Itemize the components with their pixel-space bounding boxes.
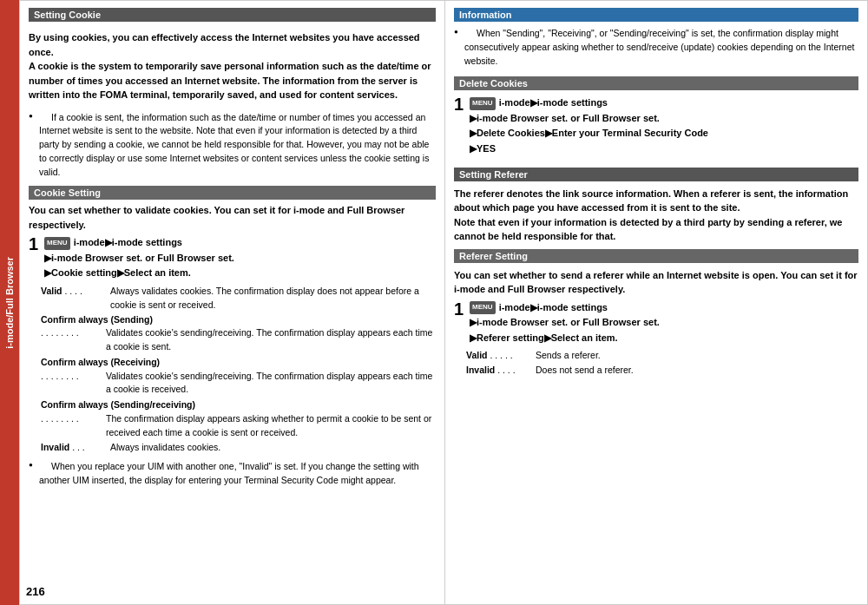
cookie-bullet2: When you replace your UIM with another o… xyxy=(39,461,419,485)
option-confirm-receiving: Confirm always (Receiving) . . . . . . .… xyxy=(41,356,436,397)
option-invalid-text: Always invalidates cookies. xyxy=(110,441,436,455)
referer-step1-line2: ▶i-mode Browser set. or Full Browser set… xyxy=(470,317,660,327)
referer-menu-icon: MENU xyxy=(470,301,496,314)
information-header: Information xyxy=(454,8,858,22)
main-content: Setting Cookie By using cookies, you can… xyxy=(19,0,868,605)
referer-step1-number: 1 xyxy=(454,300,466,318)
delete-cookies-header: Delete Cookies xyxy=(454,76,858,90)
step1-number: 1 xyxy=(29,235,41,253)
referer-setting-desc: You can set whether to send a referer wh… xyxy=(454,268,858,297)
sidebar-tab: i-mode/Full Browser xyxy=(0,0,19,605)
referer-intro: The referer denotes the link source info… xyxy=(454,187,858,244)
referer-setting-header: Referer Setting xyxy=(454,249,858,263)
referer-step1-container: 1 MENU i-mode▶i-mode settings ▶i-mode Br… xyxy=(454,300,858,346)
option-confirm-sr-title: Confirm always (Sending/receiving) xyxy=(41,398,436,412)
option-valid-row: Valid . . . . Always validates cookies. … xyxy=(41,285,436,312)
referer-invalid-label: Invalid . . . . xyxy=(466,364,536,378)
step1-container: 1 MENU i-mode▶i-mode settings ▶i-mode Br… xyxy=(29,235,436,281)
step1-line2: ▶i-mode Browser set. or Full Browser set… xyxy=(44,253,234,263)
option-confirm-sr: Confirm always (Sending/receiving) . . .… xyxy=(41,398,436,439)
referer-valid-text: Sends a referer. xyxy=(536,349,858,363)
cookie-setting-desc: You can set whether to validate cookies.… xyxy=(29,203,436,232)
intro-line1: By using cookies, you can effectively ac… xyxy=(29,32,420,57)
intro-line2: A cookie is the system to temporarily sa… xyxy=(29,61,431,100)
page-number: 216 xyxy=(26,585,45,598)
delete-step1-line2: ▶i-mode Browser set. or Full Browser set… xyxy=(470,113,660,123)
delete-step1-line3: ▶Delete Cookies▶Enter your Terminal Secu… xyxy=(470,128,708,138)
referer-valid-label: Valid . . . . . xyxy=(466,349,536,363)
referer-step1-line3: ▶Referer setting▶Select an item. xyxy=(470,332,618,343)
referer-valid-row: Valid . . . . . Sends a referer. xyxy=(466,349,858,363)
menu-icon: MENU xyxy=(44,237,70,250)
referer-options-block: Valid . . . . . Sends a referer. Invalid… xyxy=(466,349,858,378)
delete-step1-line1: i-mode▶i-mode settings xyxy=(499,97,608,108)
delete-menu-icon: MENU xyxy=(470,97,496,110)
information-bullet: When "Sending", "Receiving", or "Sending… xyxy=(464,28,854,66)
option-confirm-sending-dots: . . . . . . . . xyxy=(41,326,106,354)
cookie-setting-header: Cookie Setting xyxy=(29,186,436,200)
option-valid-label: Valid . . . . xyxy=(41,285,110,312)
option-confirm-sr-dots: . . . . . . . . xyxy=(41,412,106,440)
setting-cookie-header: Setting Cookie xyxy=(29,8,436,22)
referer-invalid-text: Does not send a referer. xyxy=(536,364,858,378)
step1-line3: ▶Cookie setting▶Select an item. xyxy=(44,267,191,278)
step1-content: MENU i-mode▶i-mode settings ▶i-mode Brow… xyxy=(44,235,436,281)
option-confirm-receiving-dots: . . . . . . . . xyxy=(41,370,106,398)
option-confirm-sending-row: . . . . . . . . Validates cookie's sendi… xyxy=(41,326,436,354)
step1-line1: i-mode▶i-mode settings xyxy=(74,237,182,247)
sidebar-tab-label: i-mode/Full Browser xyxy=(4,257,15,349)
information-bullet-block: ● When "Sending", "Receiving", or "Sendi… xyxy=(454,27,858,68)
delete-step1-line4: ▶YES xyxy=(470,143,496,154)
delete-step1-content: MENU i-mode▶i-mode settings ▶i-mode Brow… xyxy=(470,95,858,156)
delete-step1-container: 1 MENU i-mode▶i-mode settings ▶i-mode Br… xyxy=(454,95,858,156)
option-confirm-receiving-text: Validates cookie's sending/receiving. Th… xyxy=(106,370,436,398)
referer-step1-line1: i-mode▶i-mode settings xyxy=(499,302,608,312)
option-confirm-sending-title: Confirm always (Sending) xyxy=(41,313,436,327)
left-column: Setting Cookie By using cookies, you can… xyxy=(20,1,445,604)
options-block: Valid . . . . Always validates cookies. … xyxy=(41,285,436,455)
option-confirm-sending-text: Validates cookie's sending/receiving. Th… xyxy=(106,326,436,354)
setting-referer-header: Setting Referer xyxy=(454,168,858,181)
option-invalid-row: Invalid . . . Always invalidates cookies… xyxy=(41,441,436,455)
option-confirm-receiving-title: Confirm always (Receiving) xyxy=(41,356,436,370)
bullet2-block: ● When you replace your UIM with another… xyxy=(29,460,436,488)
option-confirm-sr-row: . . . . . . . . The confirmation display… xyxy=(41,412,436,440)
option-confirm-sr-text: The confirmation display appears asking … xyxy=(106,412,436,440)
referer-invalid-row: Invalid . . . . Does not send a referer. xyxy=(466,364,858,378)
option-confirm-receiving-row: . . . . . . . . Validates cookie's sendi… xyxy=(41,370,436,398)
option-confirm-sending: Confirm always (Sending) . . . . . . . .… xyxy=(41,313,436,354)
referer-step1-content: MENU i-mode▶i-mode settings ▶i-mode Brow… xyxy=(470,300,858,346)
intro-text-block: By using cookies, you can effectively ac… xyxy=(29,30,436,102)
option-invalid-label: Invalid . . . xyxy=(41,441,110,455)
delete-step1-number: 1 xyxy=(454,95,466,113)
cookie-bullet1: If a cookie is sent, the information suc… xyxy=(39,112,429,177)
right-column: Information ● When "Sending", "Receiving… xyxy=(445,1,867,604)
option-valid-text: Always validates cookies. The confirmati… xyxy=(110,285,436,312)
